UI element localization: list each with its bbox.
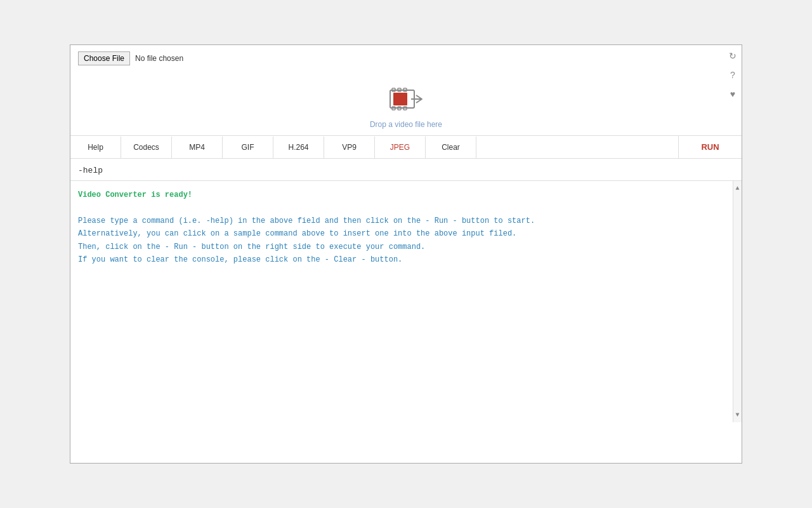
help-button[interactable]: Help [70,137,121,158]
heart-icon[interactable]: ♥ [730,90,735,98]
console-area: Video Converter is ready! Please type a … [70,181,742,422]
drop-text: Drop a video file here [370,120,442,129]
top-bar: Choose File No file chosen [70,45,742,72]
console-line-ready: Video Converter is ready! [78,189,721,201]
codecs-button[interactable]: Codecs [121,137,172,158]
video-icon [387,85,425,114]
no-file-label: No file chosen [135,54,183,63]
mp4-button[interactable]: MP4 [172,137,223,158]
console-line-2: Alternatively, you can click on a sample… [78,227,721,240]
console-line-3: Then, click on the - Run - button on the… [78,241,721,253]
run-button[interactable]: RUN [678,136,742,158]
scroll-down-icon[interactable]: ▼ [733,408,741,422]
console-scrollbar[interactable]: ▲ ▼ [733,181,742,422]
main-container: Choose File No file chosen ↻ ? ♥ Drop a … [70,44,742,464]
h264-button[interactable]: H.264 [273,137,324,158]
console-line-empty [78,201,721,214]
command-input[interactable] [78,166,734,175]
vp9-button[interactable]: VP9 [324,137,375,158]
clear-button[interactable]: Clear [426,137,476,158]
svg-rect-7 [393,93,407,105]
refresh-icon[interactable]: ↻ [729,51,737,60]
drop-area[interactable]: Drop a video file here [70,72,742,135]
gif-button[interactable]: GIF [223,137,273,158]
choose-file-button[interactable]: Choose File [78,51,130,65]
help-icon[interactable]: ? [730,70,735,79]
jpeg-button[interactable]: JPEG [375,137,426,158]
console-line-4: If you want to clear the console, please… [78,253,721,266]
scroll-up-icon[interactable]: ▲ [733,181,741,196]
console-line-1: Please type a command (i.e. -help) in th… [78,215,721,227]
toolbar: Help Codecs MP4 GIF H.264 VP9 JPEG Clear… [70,135,742,159]
sidebar-icons: ↻ ? ♥ [729,51,737,98]
command-input-area [70,159,742,181]
